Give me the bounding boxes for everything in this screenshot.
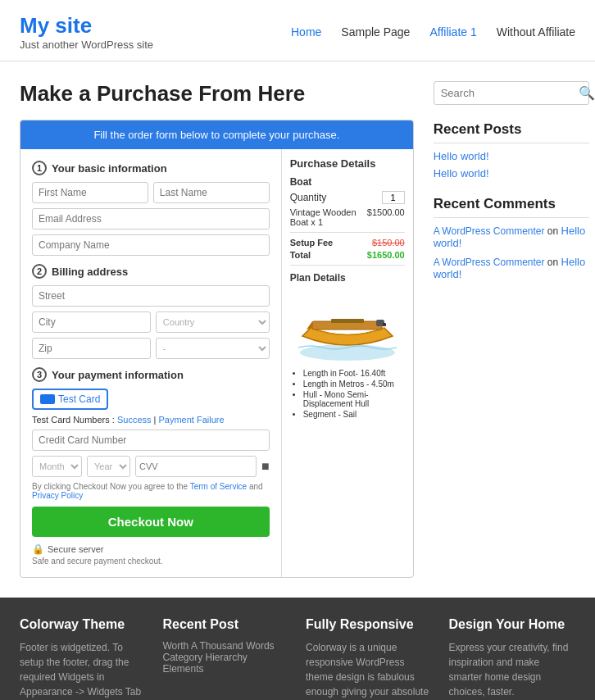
last-name-input[interactable]: [153, 182, 270, 203]
comment-2: A WordPress Commenter on Hello world!: [434, 256, 589, 280]
svg-rect-4: [383, 323, 386, 326]
country-select[interactable]: Country: [156, 311, 270, 333]
nav-affiliate1[interactable]: Affiliate 1: [429, 25, 476, 39]
search-input[interactable]: [441, 87, 579, 99]
site-title: My site: [20, 13, 153, 39]
lock-icon: 🔒: [32, 543, 44, 555]
pd-divider1: [290, 232, 405, 233]
section1-num: 1: [32, 161, 47, 175]
test-card-info: Test Card Numbers : Success | Payment Fa…: [32, 415, 270, 425]
pd-plan-label: Plan Details: [290, 272, 405, 284]
recent-post-2[interactable]: Hello world!: [434, 167, 589, 180]
recent-comments-section: Recent Comments A WordPress Commenter on…: [434, 196, 589, 280]
secure-subtext: Safe and secure payment checkout.: [32, 557, 270, 566]
company-input[interactable]: [32, 234, 270, 256]
section2-title: 2 Billing address: [32, 264, 270, 279]
section3-title: 3 Your payment information: [32, 367, 270, 382]
search-box: 🔍: [434, 81, 589, 105]
sidebar: 🔍 Recent Posts Hello world! Hello world!…: [434, 81, 589, 578]
list-item: Length in Foot- 16.40ft: [303, 369, 405, 378]
zip-row: -: [32, 338, 270, 359]
site-tagline: Just another WordPress site: [20, 39, 153, 51]
plan-details-list: Length in Foot- 16.40ft Length in Metros…: [290, 369, 405, 419]
recent-posts-section: Recent Posts Hello world! Hello world!: [434, 121, 589, 180]
pd-total: Total $1650.00: [290, 250, 405, 260]
failure-link[interactable]: Payment Failure: [159, 415, 225, 425]
purchase-card-header: Fill the order form below to complete yo…: [20, 120, 413, 149]
nav-without-affiliate[interactable]: Without Affiliate: [497, 25, 575, 39]
footer-link-2[interactable]: Category Hierarchy: [163, 652, 290, 663]
terms-link[interactable]: Term of Service: [190, 482, 247, 491]
recent-posts-title: Recent Posts: [434, 121, 589, 143]
svg-rect-2: [331, 319, 364, 323]
billing-section: 2 Billing address Country: [32, 264, 270, 359]
footer-col3-title: Fully Responsive: [306, 617, 433, 632]
city-input[interactable]: [32, 311, 151, 333]
cc-input[interactable]: [32, 430, 270, 451]
cvv-input[interactable]: [135, 456, 257, 477]
form-section: 1 Your basic information: [20, 149, 282, 577]
pd-title: Purchase Details: [290, 157, 405, 170]
privacy-link[interactable]: Privacy Policy: [32, 491, 83, 500]
company-row: [32, 234, 270, 256]
secure-row: 🔒 Secure server: [32, 543, 270, 555]
pd-quantity-input[interactable]: [382, 191, 405, 204]
content-area: Make a Purchase From Here Fill the order…: [20, 81, 414, 578]
zip-select[interactable]: -: [156, 338, 270, 359]
purchase-card: Fill the order form below to complete yo…: [20, 120, 414, 578]
email-input[interactable]: [32, 208, 270, 230]
main-container: Make a Purchase From Here Fill the order…: [0, 61, 595, 598]
pd-divider2: [290, 265, 405, 266]
svg-point-0: [300, 344, 395, 361]
pd-line-item: Vintage Wooden Boat x 1 $1500.00: [290, 207, 405, 227]
checkout-button[interactable]: Checkout Now: [32, 507, 270, 537]
footer-link-3[interactable]: Elements: [163, 663, 290, 675]
recent-post-1[interactable]: Hello world!: [434, 150, 589, 162]
comment-1: A WordPress Commenter on Hello world!: [434, 225, 589, 249]
pd-quantity-label: Quantity: [290, 192, 327, 203]
footer-link-1[interactable]: Worth A Thousand Words: [163, 640, 290, 652]
purchase-details: Purchase Details Boat Quantity Vintage W…: [282, 149, 413, 577]
card-icon: [40, 394, 55, 404]
year-select[interactable]: Year: [87, 456, 130, 477]
boat-svg: [294, 289, 401, 362]
nav-home[interactable]: Home: [291, 25, 321, 39]
section3-num: 3: [32, 367, 47, 382]
cc-row: [32, 430, 270, 451]
success-link[interactable]: Success: [117, 415, 152, 425]
city-country-row: Country: [32, 311, 270, 333]
nav-sample-page[interactable]: Sample Page: [341, 25, 410, 39]
payment-section: 3 Your payment information Test Card Tes…: [32, 367, 270, 566]
street-row: [32, 285, 270, 307]
footer-col-4: Design Your Home Express your creativity…: [449, 617, 576, 700]
footer-col1-text: Footer is widgetized. To setup the foote…: [20, 640, 147, 700]
cvv-icon: ■: [261, 459, 270, 474]
pd-product-label: Boat: [290, 176, 405, 188]
card-btn-row: Test Card: [32, 389, 270, 410]
card-button[interactable]: Test Card: [32, 389, 108, 410]
first-name-input[interactable]: [32, 182, 148, 203]
email-row: [32, 208, 270, 230]
footer-col-3: Fully Responsive Colorway is a unique re…: [306, 617, 433, 700]
search-icon[interactable]: 🔍: [579, 85, 595, 101]
section1-title: 1 Your basic information: [32, 161, 270, 175]
list-item: Hull - Mono Semi-Displacement Hull: [303, 390, 405, 408]
footer-col4-title: Design Your Home: [449, 617, 576, 632]
footer-col4-text: Express your creativity, find inspiratio…: [449, 640, 576, 699]
section2-num: 2: [32, 264, 47, 279]
recent-comments-title: Recent Comments: [434, 196, 589, 218]
footer-col-2: Recent Post Worth A Thousand Words Categ…: [163, 617, 290, 700]
list-item: Segment - Sail: [303, 410, 405, 419]
site-nav: Home Sample Page Affiliate 1 Without Aff…: [291, 25, 575, 39]
purchase-card-body: 1 Your basic information: [20, 149, 413, 577]
month-select[interactable]: Month: [32, 456, 82, 477]
name-row: [32, 182, 270, 203]
page-title: Make a Purchase From Here: [20, 81, 414, 107]
footer-col1-title: Colorway Theme: [20, 617, 147, 632]
street-input[interactable]: [32, 285, 270, 307]
site-footer-main: Colorway Theme Footer is widgetized. To …: [0, 598, 595, 700]
pd-qty-row: Quantity: [290, 191, 405, 204]
footer-col2-title: Recent Post: [163, 617, 290, 632]
pd-setup-fee: Setup Fee $150.00: [290, 238, 405, 248]
zip-input[interactable]: [32, 338, 151, 359]
